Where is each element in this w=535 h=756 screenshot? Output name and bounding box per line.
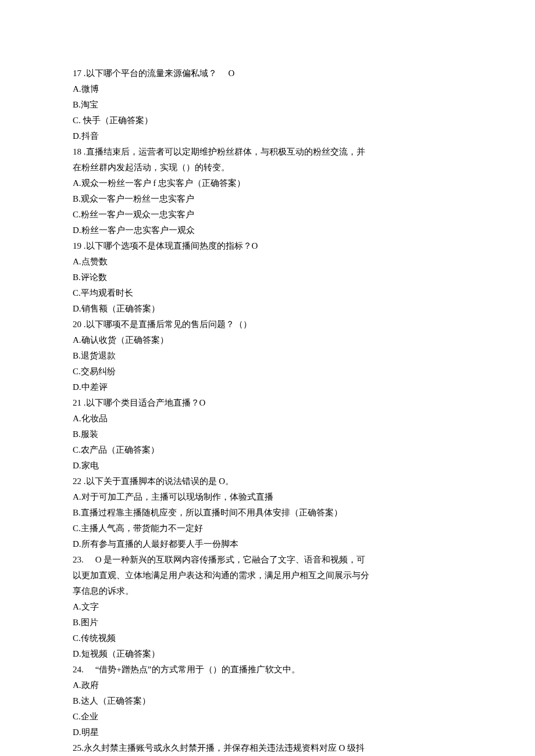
question-number: 25. [73, 743, 84, 753]
question-stem: 17 .以下哪个平台的流量来源偏私域？O [73, 66, 462, 81]
option: D.短视频（正确答案） [73, 646, 462, 662]
option: A.观众一粉丝一客户 f 忠实客户（正确答案） [73, 175, 462, 191]
option: A.点赞数 [73, 254, 462, 270]
question-number: 19 [73, 241, 81, 250]
option: B.评论数 [73, 270, 462, 285]
option: C.交易纠纷 [73, 364, 462, 379]
option: C.平均观看时长 [73, 285, 462, 301]
stem-continuation: 享信息的诉求。 [73, 583, 462, 599]
stem-text: .以下哪个平台的流量来源偏私域？ [81, 69, 217, 78]
stem-text: “借势+蹭热点”的方式常用于（）的直播推广软文中。 [95, 665, 300, 674]
question-number: 24. [73, 665, 84, 674]
question-stem: 22 .以下关于直播脚本的说法错误的是 O。 [73, 474, 462, 489]
option: D.抖音 [73, 128, 462, 144]
option: D.明星 [73, 725, 462, 740]
question-number: 23. [73, 555, 84, 564]
option: C.粉丝一客户一观众一忠实客户 [73, 207, 462, 223]
question-stem: 19 .以下哪个选项不是体现直播间热度的指标？O [73, 238, 462, 254]
question-number: 17 [73, 69, 81, 78]
question-stem: 18 .直播结束后，运营者可以定期维护粉丝群体，与积极互动的粉丝交流，并 [73, 144, 462, 160]
option: D.家电 [73, 458, 462, 474]
option: B.淘宝 [73, 97, 462, 113]
question-number: 22 [73, 476, 81, 486]
question-number: 20 [73, 320, 81, 329]
option: D.所有参与直播的人最好都要人手一份脚本 [73, 536, 462, 552]
option: B.服装 [73, 427, 462, 442]
question-number: 21 [73, 398, 81, 407]
question-stem: 25.永久封禁主播账号或永久封禁开播，并保存相关违法违规资料对应 O 级抖 [73, 740, 462, 756]
question-stem: 24.“借势+蹭热点”的方式常用于（）的直播推广软文中。 [73, 662, 462, 678]
stem-text: O 是一种新兴的互联网内容传播形式，它融合了文字、语音和视频，可 [95, 555, 366, 564]
option: A.确认收货（正确答案） [73, 332, 462, 348]
option: C.农产品（正确答案） [73, 442, 462, 458]
stem-text: .以下哪个类目适合产地直播？O [81, 398, 205, 407]
stem-text: .以下哪个选项不是体现直播间热度的指标？O [81, 241, 258, 250]
stem-text: O [229, 69, 235, 78]
option: A.政府 [73, 678, 462, 693]
option: C. 快手（正确答案） [73, 113, 462, 128]
option: A.微博 [73, 81, 462, 97]
option: B.达人（正确答案） [73, 693, 462, 709]
stem-text: .以下哪项不是直播后常见的售后问题？（） [81, 320, 252, 329]
option: C.主播人气高，带货能力不一定好 [73, 521, 462, 536]
option: A.对于可加工产品，主播可以现场制作，体验式直播 [73, 489, 462, 505]
option: A.文字 [73, 599, 462, 615]
question-stem: 21 .以下哪个类目适合产地直播？O [73, 395, 462, 411]
question-number: 18 [73, 147, 81, 156]
stem-text: 永久封禁主播账号或永久封禁开播，并保存相关违法违规资料对应 O 级抖 [84, 743, 365, 753]
option: A.化妆品 [73, 411, 462, 427]
document-page: 17 .以下哪个平台的流量来源偏私域？O A.微博 B.淘宝 C. 快手（正确答… [0, 0, 535, 756]
option: C.企业 [73, 709, 462, 725]
stem-continuation: 在粉丝群内发起活动，实现（）的转变。 [73, 160, 462, 175]
option: D.中差评 [73, 379, 462, 395]
option: B.直播过程靠主播随机应变，所以直播时间不用具体安排（正确答案） [73, 505, 462, 521]
stem-text: .直播结束后，运营者可以定期维护粉丝群体，与积极互动的粉丝交流，并 [81, 147, 365, 156]
option: D.销售额（正确答案） [73, 301, 462, 317]
question-stem: 20 .以下哪项不是直播后常见的售后问题？（） [73, 317, 462, 332]
option: D.粉丝一客户一忠实客户一观众 [73, 223, 462, 238]
stem-continuation: 以更加直观、立体地满足用户表达和沟通的需求，满足用户相互之间展示与分 [73, 568, 462, 583]
option: B.退货退款 [73, 348, 462, 364]
option: C.传统视频 [73, 630, 462, 646]
option: B.图片 [73, 615, 462, 630]
stem-text: .以下关于直播脚本的说法错误的是 O。 [81, 476, 234, 486]
question-stem: 23.O 是一种新兴的互联网内容传播形式，它融合了文字、语音和视频，可 [73, 552, 462, 568]
option: B.观众一客户一粉丝一忠实客户 [73, 191, 462, 207]
